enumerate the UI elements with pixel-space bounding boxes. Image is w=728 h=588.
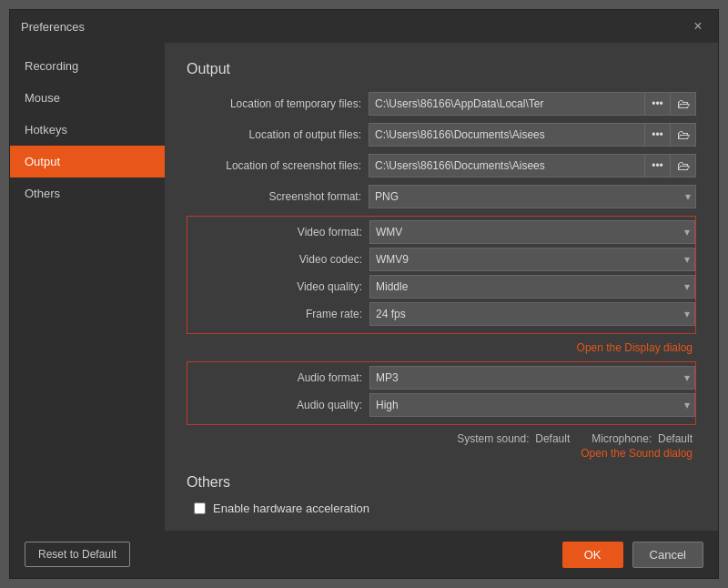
title-bar: Preferences × — [10, 10, 718, 43]
sound-info-row: System sound: Default Microphone: Defaul… — [187, 432, 696, 445]
dialog-title: Preferences — [21, 20, 85, 34]
audio-format-select-wrapper: MP3 AAC WAV — [369, 366, 695, 390]
hardware-accel-label: Enable hardware acceleration — [213, 502, 369, 515]
temp-files-folder-button[interactable]: 🗁 — [671, 92, 696, 116]
screenshot-files-folder-button[interactable]: 🗁 — [671, 154, 696, 177]
audio-quality-select[interactable]: High Middle Low — [369, 393, 695, 417]
main-content: Output Location of temporary files: ••• … — [165, 43, 718, 531]
others-section: Others Enable hardware acceleration — [187, 474, 696, 515]
preferences-dialog: Preferences × Recording Mouse Hotkeys Ou… — [9, 9, 719, 579]
audio-quality-select-wrapper: High Middle Low — [369, 393, 695, 417]
frame-rate-label: Frame rate: — [187, 308, 369, 320]
dialog-footer: Reset to Default OK Cancel — [10, 531, 718, 578]
microphone-label: Microphone: — [592, 432, 652, 445]
screenshot-format-row: Screenshot format: PNG JPG BMP — [187, 185, 696, 208]
ok-button[interactable]: OK — [562, 542, 623, 568]
sidebar-item-mouse[interactable]: Mouse — [10, 82, 165, 114]
temp-files-row: Location of temporary files: ••• 🗁 — [187, 92, 696, 116]
video-format-label: Video format: — [187, 226, 369, 238]
microphone-info: Microphone: Default — [592, 432, 693, 445]
temp-files-label: Location of temporary files: — [187, 97, 369, 110]
audio-format-label: Audio format: — [187, 371, 369, 384]
hardware-accel-checkbox[interactable] — [194, 502, 206, 514]
video-quality-select[interactable]: Middle High Low — [369, 275, 695, 299]
audio-settings-group: Audio format: MP3 AAC WAV Audio quality: — [187, 361, 696, 425]
sidebar-item-hotkeys[interactable]: Hotkeys — [10, 114, 165, 146]
sidebar-item-others[interactable]: Others — [10, 177, 165, 209]
sidebar-item-recording[interactable]: Recording — [10, 50, 165, 82]
video-codec-select-wrapper: WMV9 H.264 — [369, 248, 695, 271]
close-button[interactable]: × — [689, 17, 707, 35]
footer-right-buttons: OK Cancel — [562, 542, 703, 568]
screenshot-files-label: Location of screenshot files: — [187, 159, 369, 172]
hardware-accel-row: Enable hardware acceleration — [187, 502, 696, 515]
cancel-button[interactable]: Cancel — [632, 542, 703, 568]
audio-format-row: Audio format: MP3 AAC WAV — [187, 366, 695, 390]
open-sound-dialog-link[interactable]: Open the Sound dialog — [187, 447, 696, 460]
audio-format-select[interactable]: MP3 AAC WAV — [369, 366, 695, 390]
output-files-row: Location of output files: ••• 🗁 — [187, 123, 696, 147]
output-files-dots-button[interactable]: ••• — [645, 123, 671, 147]
sidebar: Recording Mouse Hotkeys Output Others — [10, 43, 165, 531]
reset-to-default-button[interactable]: Reset to Default — [25, 542, 130, 567]
dialog-body: Recording Mouse Hotkeys Output Others Ou… — [10, 43, 718, 531]
others-section-title: Others — [187, 474, 696, 491]
video-quality-select-wrapper: Middle High Low — [369, 275, 695, 299]
screenshot-files-input-group: ••• 🗁 — [369, 154, 696, 177]
open-display-dialog-link[interactable]: Open the Display dialog — [187, 341, 696, 354]
sidebar-item-output[interactable]: Output — [10, 146, 165, 177]
temp-files-input-group: ••• 🗁 — [369, 92, 696, 116]
system-sound-value: Default — [535, 432, 570, 445]
video-format-select-wrapper: WMV MP4 AVI — [369, 220, 695, 244]
output-files-label: Location of output files: — [187, 128, 369, 141]
audio-quality-row: Audio quality: High Middle Low — [187, 393, 695, 417]
output-files-folder-button[interactable]: 🗁 — [671, 123, 696, 147]
screenshot-files-input[interactable] — [369, 154, 645, 177]
video-quality-row: Video quality: Middle High Low — [187, 275, 695, 299]
video-format-select[interactable]: WMV MP4 AVI — [369, 220, 695, 244]
output-files-input[interactable] — [369, 123, 645, 147]
screenshot-format-select[interactable]: PNG JPG BMP — [369, 185, 696, 208]
output-section-title: Output — [187, 61, 696, 77]
microphone-value: Default — [658, 432, 693, 445]
temp-files-dots-button[interactable]: ••• — [645, 92, 671, 116]
video-quality-label: Video quality: — [187, 280, 369, 293]
video-codec-row: Video codec: WMV9 H.264 — [187, 248, 695, 271]
output-files-input-group: ••• 🗁 — [369, 123, 696, 147]
screenshot-format-label: Screenshot format: — [187, 190, 369, 203]
screenshot-format-select-wrapper: PNG JPG BMP — [369, 185, 696, 208]
video-codec-label: Video codec: — [187, 253, 369, 266]
frame-rate-select-wrapper: 24 fps 30 fps 60 fps — [369, 302, 695, 326]
screenshot-files-dots-button[interactable]: ••• — [645, 154, 671, 177]
video-codec-select[interactable]: WMV9 H.264 — [369, 248, 695, 271]
video-settings-group: Video format: WMV MP4 AVI Video codec: — [187, 216, 696, 334]
temp-files-input[interactable] — [369, 92, 645, 116]
screenshot-files-row: Location of screenshot files: ••• 🗁 — [187, 154, 696, 177]
video-format-row: Video format: WMV MP4 AVI — [187, 220, 695, 244]
frame-rate-select[interactable]: 24 fps 30 fps 60 fps — [369, 302, 695, 326]
system-sound-info: System sound: Default — [457, 432, 570, 445]
system-sound-label: System sound: — [457, 432, 529, 445]
frame-rate-row: Frame rate: 24 fps 30 fps 60 fps — [187, 302, 695, 326]
audio-quality-label: Audio quality: — [187, 399, 369, 411]
